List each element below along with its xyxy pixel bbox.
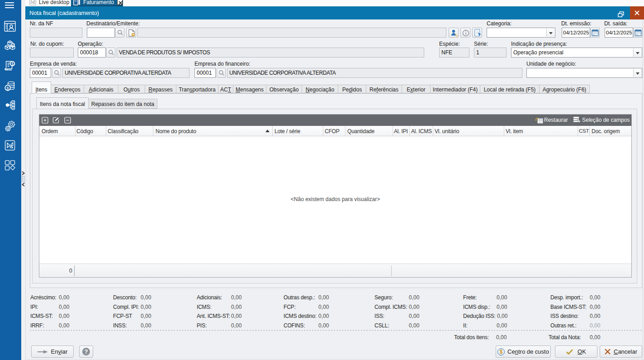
svg-text:$: $	[6, 86, 9, 91]
svg-text:$: $	[11, 62, 14, 66]
